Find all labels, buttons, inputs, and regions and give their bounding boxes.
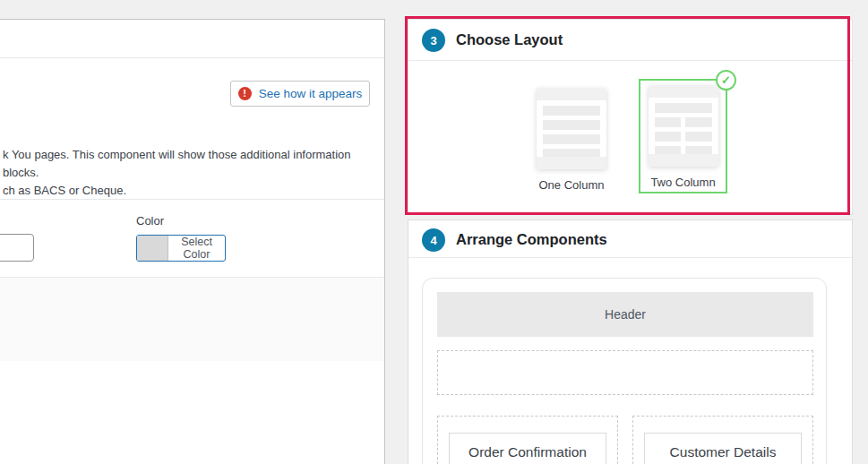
card-header-divider	[0, 57, 384, 58]
empty-section-area	[0, 278, 384, 361]
arrange-components-section: 4 Arrange Components Header Order Confir…	[408, 219, 853, 464]
component-description: k You pages. This component will show th…	[3, 146, 388, 200]
description-line-2: ch as BACS or Cheque.	[3, 182, 388, 200]
two-column-thumbnail	[649, 86, 718, 167]
layout-preview-container: Header Order Confirmation Customer Detai…	[422, 278, 827, 464]
text-input[interactable]	[0, 234, 34, 262]
select-color-button[interactable]: Select Color	[136, 235, 226, 262]
layout-option-one-column[interactable]: One Column	[537, 89, 606, 192]
step-4-badge: 4	[422, 228, 445, 252]
left-column-drop-zone: Order Confirmation	[437, 416, 618, 464]
choose-layout-section: 3 Choose Layout One Column Two Column ✓	[408, 19, 853, 215]
step-3-badge: 3	[422, 29, 445, 52]
one-column-label: One Column	[537, 178, 606, 192]
arrange-components-title: Arrange Components	[456, 231, 607, 248]
two-column-drop-row: Order Confirmation Customer Details	[437, 416, 813, 464]
component-card-order-confirmation[interactable]: Order Confirmation	[449, 433, 606, 464]
layout-option-two-column-selected[interactable]: Two Column ✓	[639, 79, 727, 193]
warning-icon: !	[238, 87, 252, 100]
two-column-label: Two Column	[640, 176, 726, 189]
see-how-it-appears-button[interactable]: ! See how it appears	[230, 81, 370, 107]
empty-drop-zone	[437, 350, 813, 395]
component-card-customer-details[interactable]: Customer Details	[644, 433, 802, 464]
section-divider	[0, 199, 384, 200]
one-column-thumbnail	[537, 89, 606, 169]
choose-layout-title: Choose Layout	[456, 31, 563, 48]
description-line-1: k You pages. This component will show th…	[3, 146, 388, 182]
settings-card: ! See how it appears k You pages. This c…	[0, 19, 385, 464]
right-column-drop-zone: Customer Details	[632, 416, 813, 464]
color-field-label: Color	[136, 214, 164, 228]
header-component: Header	[437, 292, 813, 337]
color-swatch	[137, 236, 168, 261]
check-circle-icon: ✓	[716, 70, 736, 90]
choose-layout-header: 3 Choose Layout	[408, 20, 852, 61]
see-how-it-appears-label: See how it appears	[259, 87, 363, 100]
arrange-components-header: 4 Arrange Components	[408, 220, 852, 258]
select-color-label: Select Color	[168, 236, 225, 261]
